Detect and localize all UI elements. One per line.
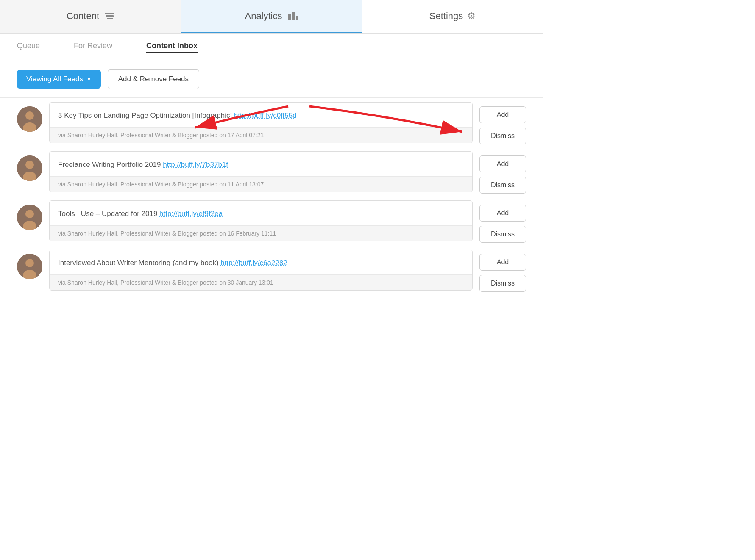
feed-actions-3: AddDismiss xyxy=(479,205,526,243)
subnav-queue[interactable]: Queue xyxy=(17,42,40,53)
analytics-label: Analytics xyxy=(245,11,282,22)
layers-icon xyxy=(105,13,114,19)
feed-link-1[interactable]: http://buff.ly/c0ff55d xyxy=(234,111,297,119)
feed-card-footer-3: via Sharon Hurley Hall, Professional Wri… xyxy=(50,225,472,241)
feed-add-button-1[interactable]: Add xyxy=(479,106,526,123)
settings-label: Settings xyxy=(429,11,463,22)
feed-card-body-2: Freelance Writing Portfolio 2019 http://… xyxy=(50,152,472,176)
feed-title-4: Interviewed About Writer Mentoring (and … xyxy=(58,259,220,267)
feed-avatar-2 xyxy=(17,155,42,181)
viewing-all-feeds-button[interactable]: Viewing All Feeds ▼ xyxy=(17,70,101,89)
feed-add-button-3[interactable]: Add xyxy=(479,205,526,222)
feed-avatar-3 xyxy=(17,205,42,230)
svg-point-8 xyxy=(25,210,34,218)
feed-avatar-4 xyxy=(17,254,42,279)
feed-card-footer-2: via Sharon Hurley Hall, Professional Wri… xyxy=(50,176,472,192)
feed-title-2: Freelance Writing Portfolio 2019 xyxy=(58,161,163,169)
feed-item-4: Interviewed About Writer Mentoring (and … xyxy=(17,250,526,292)
barchart-icon xyxy=(288,12,298,20)
feed-link-3[interactable]: http://buff.ly/ef9f2ea xyxy=(159,210,223,218)
feed-link-4[interactable]: http://buff.ly/c6a2282 xyxy=(220,259,287,267)
feed-title-1: 3 Key Tips on Landing Page Optimization … xyxy=(58,111,234,119)
feed-add-button-4[interactable]: Add xyxy=(479,254,526,271)
nav-item-settings[interactable]: Settings ⚙ xyxy=(362,0,543,33)
subnav-content-inbox[interactable]: Content Inbox xyxy=(146,42,198,53)
feed-card-body-4: Interviewed About Writer Mentoring (and … xyxy=(50,250,472,274)
feed-dismiss-button-4[interactable]: Dismiss xyxy=(479,275,526,292)
feed-item-2: Freelance Writing Portfolio 2019 http://… xyxy=(17,151,526,194)
feed-card-body-3: Tools I Use – Updated for 2019 http://bu… xyxy=(50,201,472,225)
feed-title-3: Tools I Use – Updated for 2019 xyxy=(58,210,159,218)
feed-link-2[interactable]: http://buff.ly/7b37b1f xyxy=(163,161,228,169)
feed-item-1: 3 Key Tips on Landing Page Optimization … xyxy=(17,102,526,144)
feed-card-2: Freelance Writing Portfolio 2019 http://… xyxy=(49,151,473,192)
feed-item-3: Tools I Use – Updated for 2019 http://bu… xyxy=(17,200,526,243)
feed-dismiss-button-2[interactable]: Dismiss xyxy=(479,177,526,194)
svg-point-5 xyxy=(25,161,34,169)
feed-card-body-1: 3 Key Tips on Landing Page Optimization … xyxy=(50,103,472,127)
svg-point-11 xyxy=(25,259,34,267)
feed-list: 3 Key Tips on Landing Page Optimization … xyxy=(0,98,543,303)
feed-card-1: 3 Key Tips on Landing Page Optimization … xyxy=(49,102,473,143)
svg-point-2 xyxy=(25,111,34,120)
gear-icon: ⚙ xyxy=(467,11,476,22)
sub-nav: Queue For Review Content Inbox xyxy=(0,34,543,61)
feed-card-3: Tools I Use – Updated for 2019 http://bu… xyxy=(49,200,473,241)
subnav-for-review[interactable]: For Review xyxy=(74,42,112,53)
feed-card-footer-4: via Sharon Hurley Hall, Professional Wri… xyxy=(50,274,472,290)
feed-card-footer-1: via Sharon Hurley Hall, Professional Wri… xyxy=(50,127,472,143)
feed-dismiss-button-1[interactable]: Dismiss xyxy=(479,128,526,144)
feed-actions-4: AddDismiss xyxy=(479,254,526,292)
feed-add-button-2[interactable]: Add xyxy=(479,155,526,172)
feed-dismiss-button-3[interactable]: Dismiss xyxy=(479,226,526,243)
content-label: Content xyxy=(67,11,99,22)
toolbar: Viewing All Feeds ▼ Add & Remove Feeds xyxy=(0,61,543,98)
feed-actions-2: AddDismiss xyxy=(479,155,526,194)
nav-item-analytics[interactable]: Analytics xyxy=(181,0,362,33)
feed-actions-1: AddDismiss xyxy=(479,106,526,144)
feed-card-4: Interviewed About Writer Mentoring (and … xyxy=(49,250,473,291)
add-remove-feeds-button[interactable]: Add & Remove Feeds xyxy=(108,69,199,89)
chevron-down-icon: ▼ xyxy=(86,76,92,82)
feed-avatar-1 xyxy=(17,106,42,132)
top-nav: Content Analytics Settings ⚙ xyxy=(0,0,543,34)
nav-item-content[interactable]: Content xyxy=(0,0,181,33)
